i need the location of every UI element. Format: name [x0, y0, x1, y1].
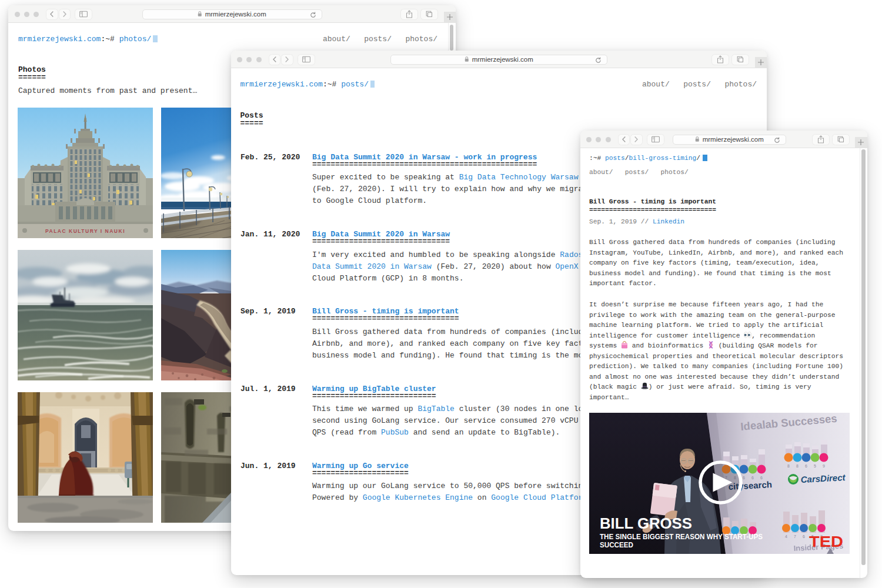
svg-text:9: 9: [823, 464, 825, 468]
svg-text:THE SINGLE BIGGEST REASON WHY: THE SINGLE BIGGEST REASON WHY START-UPS: [600, 532, 763, 541]
svg-text:7: 7: [794, 534, 796, 539]
svg-text:5: 5: [814, 464, 816, 468]
svg-text:6: 6: [805, 464, 807, 468]
svg-text:8: 8: [787, 464, 790, 468]
svg-text:6: 6: [803, 534, 805, 539]
svg-text:4: 4: [785, 534, 787, 539]
svg-text:SUCCEED: SUCCEED: [600, 540, 633, 549]
svg-text:PALAC KULTURY I NAUKI: PALAC KULTURY I NAUKI: [45, 228, 125, 234]
svg-text:6: 6: [743, 476, 745, 480]
svg-text:BILL GROSS: BILL GROSS: [600, 514, 692, 532]
svg-text:TED: TED: [809, 533, 843, 550]
svg-text:6: 6: [751, 476, 754, 480]
svg-text:8: 8: [796, 464, 799, 468]
svg-text:6: 6: [760, 476, 763, 480]
